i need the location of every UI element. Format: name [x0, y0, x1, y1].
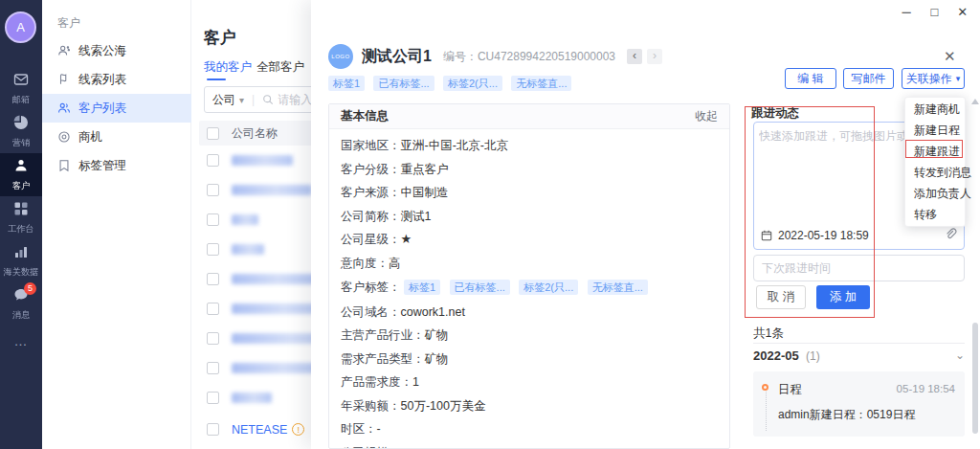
- field-value: 1: [412, 375, 419, 389]
- menu-item-add-owner[interactable]: 添加负责人: [905, 183, 965, 204]
- row-checkbox[interactable]: [207, 423, 219, 436]
- sidebar-item-lead-pool[interactable]: 线索公海: [42, 36, 191, 65]
- field-row: 客户来源：中国制造: [341, 186, 718, 199]
- menu-item-transfer[interactable]: 转移: [905, 204, 965, 225]
- tab-all-customers[interactable]: 全部客户: [256, 59, 304, 76]
- avatar[interactable]: A: [5, 11, 36, 43]
- next-customer-button[interactable]: ›: [647, 49, 662, 64]
- nav-item-label: 客户: [12, 179, 30, 191]
- paperclip-icon: [945, 228, 957, 240]
- timeline-content: admin新建日程：0519日程: [778, 407, 915, 423]
- calendar-icon: [761, 230, 772, 241]
- menu-item-new-follow-up[interactable]: 新建跟进: [905, 141, 965, 162]
- maximize-button[interactable]: □: [922, 5, 947, 19]
- tag-chip: 标签2(只...: [443, 76, 502, 91]
- timeline-dotted-line: [766, 385, 767, 431]
- nav-sidebar: A 邮箱 营销 客户: [0, 0, 42, 449]
- next-follow-up-time-input[interactable]: 下次跟进时间: [753, 255, 965, 281]
- window-close-button[interactable]: ✕: [950, 5, 975, 19]
- minimize-button[interactable]: ─: [894, 5, 919, 19]
- attachment-button[interactable]: [945, 228, 957, 243]
- collapse-link[interactable]: 收起: [695, 104, 718, 128]
- tag-icon: [57, 159, 71, 172]
- field-label: 公司规模：: [341, 446, 401, 449]
- field-label: 年采购额：: [341, 399, 401, 413]
- sidebar-item-label: 线索列表: [78, 72, 126, 88]
- field-row: 公司星级：★: [341, 233, 718, 246]
- nav-item-mail[interactable]: 邮箱: [0, 67, 42, 110]
- sidebar-item-customer-list[interactable]: 客户列表: [42, 94, 191, 123]
- field-value: 高: [389, 257, 401, 270]
- message-badge: 5: [24, 282, 36, 295]
- select-all-checkbox[interactable]: [207, 127, 219, 140]
- row-checkbox[interactable]: [207, 362, 219, 374]
- nav-item-marketing[interactable]: 营销: [0, 110, 42, 153]
- total-count: 共1条: [753, 326, 784, 342]
- field-row: 主营产品行业：矿物: [341, 328, 718, 342]
- cancel-button[interactable]: 取 消: [756, 285, 806, 309]
- chevron-down-icon[interactable]: ⌄: [955, 348, 965, 362]
- row-checkbox[interactable]: [207, 303, 219, 315]
- field-value: 50万-100万美金: [401, 399, 486, 413]
- filter-divider: |: [252, 93, 255, 106]
- field-row: 公司域名：cowork1.net: [341, 305, 718, 319]
- sub-sidebar: 客户 线索公海 线索列表 客户列表 商机 标签管理: [42, 0, 191, 449]
- app-window: A 邮箱 营销 客户: [0, 0, 980, 449]
- nav-item-more[interactable]: …: [0, 326, 42, 356]
- row-checkbox[interactable]: [207, 184, 219, 196]
- nav-item-workbench[interactable]: 工作台: [0, 196, 42, 239]
- add-button[interactable]: 添 加: [816, 285, 870, 309]
- tab-my-customers[interactable]: 我的客户: [204, 59, 252, 76]
- row-checkbox[interactable]: [207, 392, 219, 404]
- field-value: 亚洲-中国-北京-北京: [401, 139, 509, 152]
- masked-company-name: [232, 214, 258, 225]
- basic-info-header: 基本信息 收起: [329, 104, 729, 129]
- field-row: 产品需求度：1: [341, 375, 718, 389]
- field-label: 公司简称：: [341, 210, 401, 223]
- lead-list-icon: [57, 73, 71, 86]
- prev-customer-button[interactable]: ‹: [627, 49, 642, 64]
- nav-item-customs-data[interactable]: 海关数据: [0, 239, 42, 282]
- scrollbar-up-arrow[interactable]: [971, 99, 979, 104]
- sidebar-item-lead-list[interactable]: 线索列表: [42, 65, 191, 94]
- caret-down-icon: ▾: [956, 74, 961, 83]
- row-checkbox[interactable]: [207, 332, 219, 345]
- field-row: 公司规模：>1000: [341, 446, 718, 449]
- related-operations-button[interactable]: 关联操作 ▾: [902, 68, 965, 89]
- datetime-value: 2022-05-19 18:59: [778, 229, 869, 242]
- field-label: 公司域名：: [341, 305, 401, 319]
- write-email-button[interactable]: 写邮件: [843, 68, 894, 89]
- drawer-close-button[interactable]: ✕: [944, 48, 956, 65]
- menu-item-forward-to-message[interactable]: 转发到消息: [905, 162, 965, 183]
- field-label: 需求产品类型：: [341, 352, 425, 366]
- filter-field-select[interactable]: 公司: [212, 92, 235, 108]
- company-code: CU4728994220519000003: [478, 50, 615, 63]
- field-value: 测试1: [401, 210, 432, 223]
- sidebar-item-opportunity[interactable]: 商机: [42, 123, 191, 151]
- pie-chart-icon: [13, 115, 29, 136]
- tag-chip: 标签2(只...: [519, 280, 578, 295]
- menu-item-new-opportunity[interactable]: 新建商机: [905, 99, 965, 120]
- edit-button[interactable]: 编 辑: [785, 68, 836, 89]
- row-checkbox[interactable]: [207, 213, 219, 226]
- page-title: 客户: [204, 27, 236, 49]
- nav-item-customer[interactable]: 客户: [0, 153, 42, 196]
- nav-item-messages[interactable]: 5 消息: [0, 282, 42, 326]
- field-row: 公司简称：测试1: [341, 210, 718, 223]
- customer-list-icon: [57, 101, 71, 115]
- masked-company-name: [232, 393, 272, 403]
- menu-item-new-schedule[interactable]: 新建日程: [905, 120, 965, 141]
- search-icon: [262, 94, 274, 105]
- scrollbar-thumb[interactable]: [972, 323, 978, 434]
- follow-up-datetime[interactable]: 2022-05-19 18:59: [761, 229, 869, 242]
- company-name-link[interactable]: NETEASE: [232, 423, 287, 437]
- row-checkbox[interactable]: [207, 154, 219, 167]
- row-checkbox[interactable]: [207, 243, 219, 256]
- tag-chip: 无标签直...: [511, 76, 571, 91]
- row-checkbox[interactable]: [207, 273, 219, 285]
- sidebar-item-label: 客户列表: [78, 101, 126, 117]
- field-row: 客户分级：重点客户: [341, 163, 718, 176]
- add-label: 添 加: [830, 289, 857, 305]
- timeline-group-header[interactable]: 2022-05 (1) ⌄: [753, 348, 965, 363]
- sidebar-item-tag-management[interactable]: 标签管理: [42, 151, 191, 180]
